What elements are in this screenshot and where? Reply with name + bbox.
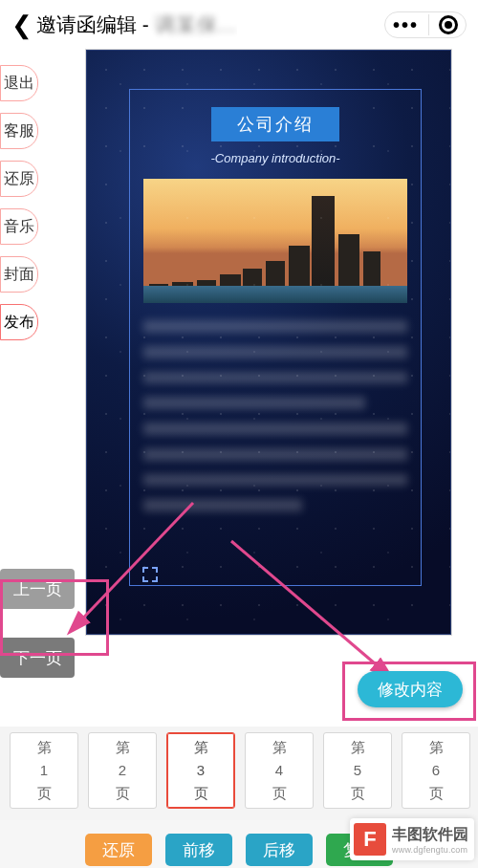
btn-label: 还原 xyxy=(102,839,135,861)
modify-label: 修改内容 xyxy=(378,679,443,701)
restore-button[interactable]: 还原 xyxy=(85,834,152,866)
annotation-box-next xyxy=(0,579,109,656)
title-bar: ❮ 邀请函编辑 - 调某保... ••• xyxy=(0,0,478,50)
close-miniprogram-icon[interactable] xyxy=(439,15,458,34)
sidebar-item-label: 发布 xyxy=(4,313,34,333)
btn-label: 前移 xyxy=(183,839,215,861)
move-backward-button[interactable]: 后移 xyxy=(246,834,313,866)
page-thumbnail-strip[interactable]: 第1页 第2页 第3页 第4页 第5页 第6页 xyxy=(0,727,478,824)
sidebar-item-label: 音乐 xyxy=(4,217,34,237)
selection-handle[interactable] xyxy=(142,567,158,582)
btn-label: 后移 xyxy=(263,839,295,861)
sidebar-item-publish[interactable]: 发布 xyxy=(0,304,38,340)
sidebar-item-label: 还原 xyxy=(4,169,34,189)
watermark: F 丰图软件园 www.dgfengtu.com xyxy=(350,818,474,860)
page-thumb-6[interactable]: 第6页 xyxy=(402,732,470,809)
page-thumb-1[interactable]: 第1页 xyxy=(10,732,78,809)
page-thumb-2[interactable]: 第2页 xyxy=(88,732,157,809)
back-icon[interactable]: ❮ xyxy=(11,11,33,40)
watermark-text: 丰图软件园 www.dgfengtu.com xyxy=(392,825,468,855)
page-thumb-5[interactable]: 第5页 xyxy=(323,732,392,809)
title-area: ❮ 邀请函编辑 - 调某保... xyxy=(11,11,237,40)
sidebar-item-music[interactable]: 音乐 xyxy=(0,208,38,245)
page-thumb-4[interactable]: 第4页 xyxy=(245,732,314,809)
separator xyxy=(428,14,429,35)
watermark-logo-icon: F xyxy=(354,823,386,856)
body-text-block[interactable] xyxy=(143,320,407,511)
section-subtitle[interactable]: -Company introduction- xyxy=(143,151,407,165)
capsule-menu: ••• xyxy=(384,11,467,38)
title-tail: 调某保... xyxy=(155,13,238,35)
sidebar-item-label: 退出 xyxy=(4,74,34,94)
content-card[interactable]: 公司介绍 -Company introduction- xyxy=(129,89,422,586)
move-forward-button[interactable]: 前移 xyxy=(165,834,232,866)
sidebar-item-label: 客服 xyxy=(4,121,34,141)
page-title: 邀请函编辑 - 调某保... xyxy=(36,11,237,38)
sidebar-item-label: 封面 xyxy=(4,265,34,285)
sidebar-item-exit[interactable]: 退出 xyxy=(0,65,38,101)
watermark-name: 丰图软件园 xyxy=(392,826,468,842)
title-main: 邀请函编辑 - xyxy=(36,13,155,35)
modify-content-button[interactable]: 修改内容 xyxy=(358,671,463,707)
sidebar: 退出 客服 还原 音乐 封面 发布 xyxy=(0,65,38,340)
sidebar-item-restore[interactable]: 还原 xyxy=(0,161,38,197)
more-icon[interactable]: ••• xyxy=(393,21,419,29)
watermark-url: www.dgfengtu.com xyxy=(392,845,468,855)
editor-stage: 退出 客服 还原 音乐 封面 发布 公司介绍 -Company introduc… xyxy=(0,50,478,642)
edit-canvas[interactable]: 公司介绍 -Company introduction- xyxy=(86,50,451,635)
sidebar-item-support[interactable]: 客服 xyxy=(0,113,38,149)
cover-image[interactable] xyxy=(143,179,407,303)
page-thumb-3[interactable]: 第3页 xyxy=(166,732,235,809)
section-badge[interactable]: 公司介绍 xyxy=(211,107,339,141)
sidebar-item-cover[interactable]: 封面 xyxy=(0,256,38,293)
